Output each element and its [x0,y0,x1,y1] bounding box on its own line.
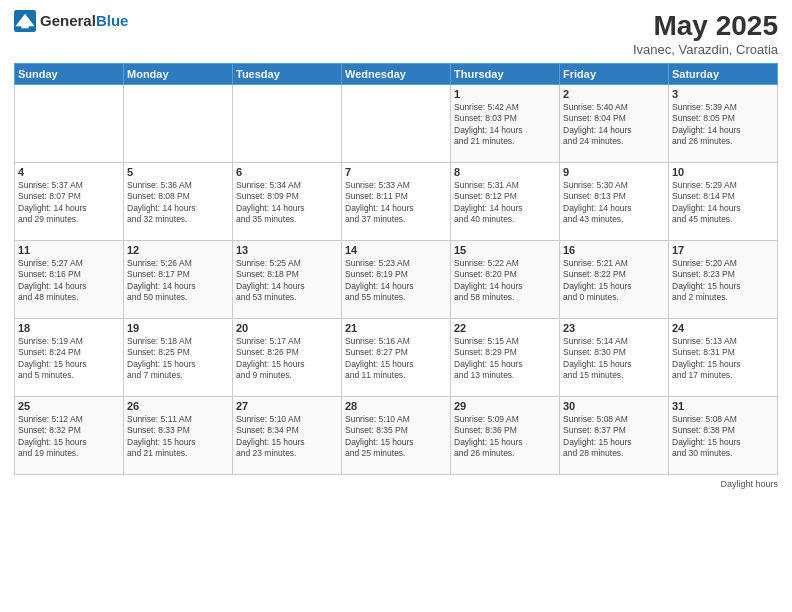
calendar-cell: 8Sunrise: 5:31 AM Sunset: 8:12 PM Daylig… [451,163,560,241]
calendar-cell: 28Sunrise: 5:10 AM Sunset: 8:35 PM Dayli… [342,397,451,475]
day-number: 16 [563,244,665,256]
day-number: 26 [127,400,229,412]
calendar-cell: 11Sunrise: 5:27 AM Sunset: 8:16 PM Dayli… [15,241,124,319]
day-number: 13 [236,244,338,256]
month-title: May 2025 [633,10,778,42]
day-number: 2 [563,88,665,100]
calendar-cell: 30Sunrise: 5:08 AM Sunset: 8:37 PM Dayli… [560,397,669,475]
day-number: 1 [454,88,556,100]
day-info: Sunrise: 5:37 AM Sunset: 8:07 PM Dayligh… [18,180,120,226]
col-friday: Friday [560,64,669,85]
day-info: Sunrise: 5:30 AM Sunset: 8:13 PM Dayligh… [563,180,665,226]
day-number: 22 [454,322,556,334]
calendar-cell [342,85,451,163]
calendar-cell: 3Sunrise: 5:39 AM Sunset: 8:05 PM Daylig… [669,85,778,163]
calendar-cell: 1Sunrise: 5:42 AM Sunset: 8:03 PM Daylig… [451,85,560,163]
day-info: Sunrise: 5:25 AM Sunset: 8:18 PM Dayligh… [236,258,338,304]
day-number: 5 [127,166,229,178]
calendar-cell: 29Sunrise: 5:09 AM Sunset: 8:36 PM Dayli… [451,397,560,475]
calendar-cell: 13Sunrise: 5:25 AM Sunset: 8:18 PM Dayli… [233,241,342,319]
calendar-cell: 2Sunrise: 5:40 AM Sunset: 8:04 PM Daylig… [560,85,669,163]
logo-text-blue: Blue [96,12,129,29]
day-info: Sunrise: 5:27 AM Sunset: 8:16 PM Dayligh… [18,258,120,304]
day-info: Sunrise: 5:21 AM Sunset: 8:22 PM Dayligh… [563,258,665,304]
day-info: Sunrise: 5:20 AM Sunset: 8:23 PM Dayligh… [672,258,774,304]
day-info: Sunrise: 5:17 AM Sunset: 8:26 PM Dayligh… [236,336,338,382]
col-tuesday: Tuesday [233,64,342,85]
day-number: 18 [18,322,120,334]
calendar-cell [233,85,342,163]
day-info: Sunrise: 5:19 AM Sunset: 8:24 PM Dayligh… [18,336,120,382]
day-info: Sunrise: 5:12 AM Sunset: 8:32 PM Dayligh… [18,414,120,460]
calendar-cell: 10Sunrise: 5:29 AM Sunset: 8:14 PM Dayli… [669,163,778,241]
calendar-cell: 15Sunrise: 5:22 AM Sunset: 8:20 PM Dayli… [451,241,560,319]
svg-rect-2 [21,23,28,28]
calendar-cell: 26Sunrise: 5:11 AM Sunset: 8:33 PM Dayli… [124,397,233,475]
day-number: 15 [454,244,556,256]
day-number: 20 [236,322,338,334]
day-info: Sunrise: 5:15 AM Sunset: 8:29 PM Dayligh… [454,336,556,382]
header: GeneralBlue May 2025 Ivanec, Varazdin, C… [14,10,778,57]
logo-icon [14,10,36,32]
calendar-cell: 9Sunrise: 5:30 AM Sunset: 8:13 PM Daylig… [560,163,669,241]
day-number: 14 [345,244,447,256]
col-wednesday: Wednesday [342,64,451,85]
week-row-2: 4Sunrise: 5:37 AM Sunset: 8:07 PM Daylig… [15,163,778,241]
day-number: 31 [672,400,774,412]
col-monday: Monday [124,64,233,85]
day-info: Sunrise: 5:10 AM Sunset: 8:35 PM Dayligh… [345,414,447,460]
day-number: 12 [127,244,229,256]
day-number: 17 [672,244,774,256]
day-info: Sunrise: 5:34 AM Sunset: 8:09 PM Dayligh… [236,180,338,226]
calendar-cell: 27Sunrise: 5:10 AM Sunset: 8:34 PM Dayli… [233,397,342,475]
calendar-cell: 4Sunrise: 5:37 AM Sunset: 8:07 PM Daylig… [15,163,124,241]
day-info: Sunrise: 5:40 AM Sunset: 8:04 PM Dayligh… [563,102,665,148]
title-block: May 2025 Ivanec, Varazdin, Croatia [633,10,778,57]
calendar-cell: 19Sunrise: 5:18 AM Sunset: 8:25 PM Dayli… [124,319,233,397]
col-saturday: Saturday [669,64,778,85]
calendar-cell: 24Sunrise: 5:13 AM Sunset: 8:31 PM Dayli… [669,319,778,397]
calendar-cell: 22Sunrise: 5:15 AM Sunset: 8:29 PM Dayli… [451,319,560,397]
day-number: 4 [18,166,120,178]
footer-label: Daylight hours [720,479,778,489]
day-info: Sunrise: 5:09 AM Sunset: 8:36 PM Dayligh… [454,414,556,460]
day-info: Sunrise: 5:18 AM Sunset: 8:25 PM Dayligh… [127,336,229,382]
week-row-1: 1Sunrise: 5:42 AM Sunset: 8:03 PM Daylig… [15,85,778,163]
calendar-cell: 6Sunrise: 5:34 AM Sunset: 8:09 PM Daylig… [233,163,342,241]
calendar-cell: 18Sunrise: 5:19 AM Sunset: 8:24 PM Dayli… [15,319,124,397]
main-container: GeneralBlue May 2025 Ivanec, Varazdin, C… [0,0,792,612]
calendar-cell: 31Sunrise: 5:08 AM Sunset: 8:38 PM Dayli… [669,397,778,475]
day-info: Sunrise: 5:08 AM Sunset: 8:37 PM Dayligh… [563,414,665,460]
subtitle: Ivanec, Varazdin, Croatia [633,42,778,57]
calendar-cell: 7Sunrise: 5:33 AM Sunset: 8:11 PM Daylig… [342,163,451,241]
day-number: 24 [672,322,774,334]
day-info: Sunrise: 5:39 AM Sunset: 8:05 PM Dayligh… [672,102,774,148]
day-info: Sunrise: 5:33 AM Sunset: 8:11 PM Dayligh… [345,180,447,226]
day-number: 11 [18,244,120,256]
day-number: 27 [236,400,338,412]
day-number: 30 [563,400,665,412]
day-number: 7 [345,166,447,178]
header-row: Sunday Monday Tuesday Wednesday Thursday… [15,64,778,85]
day-info: Sunrise: 5:23 AM Sunset: 8:19 PM Dayligh… [345,258,447,304]
footer: Daylight hours [14,479,778,489]
day-number: 21 [345,322,447,334]
calendar-cell: 21Sunrise: 5:16 AM Sunset: 8:27 PM Dayli… [342,319,451,397]
day-info: Sunrise: 5:36 AM Sunset: 8:08 PM Dayligh… [127,180,229,226]
day-info: Sunrise: 5:14 AM Sunset: 8:30 PM Dayligh… [563,336,665,382]
day-info: Sunrise: 5:08 AM Sunset: 8:38 PM Dayligh… [672,414,774,460]
calendar-body: 1Sunrise: 5:42 AM Sunset: 8:03 PM Daylig… [15,85,778,475]
day-info: Sunrise: 5:42 AM Sunset: 8:03 PM Dayligh… [454,102,556,148]
calendar-cell: 5Sunrise: 5:36 AM Sunset: 8:08 PM Daylig… [124,163,233,241]
week-row-5: 25Sunrise: 5:12 AM Sunset: 8:32 PM Dayli… [15,397,778,475]
calendar-cell: 14Sunrise: 5:23 AM Sunset: 8:19 PM Dayli… [342,241,451,319]
calendar-cell: 12Sunrise: 5:26 AM Sunset: 8:17 PM Dayli… [124,241,233,319]
calendar-cell: 25Sunrise: 5:12 AM Sunset: 8:32 PM Dayli… [15,397,124,475]
day-info: Sunrise: 5:16 AM Sunset: 8:27 PM Dayligh… [345,336,447,382]
calendar-cell [124,85,233,163]
calendar-cell [15,85,124,163]
calendar-cell: 16Sunrise: 5:21 AM Sunset: 8:22 PM Dayli… [560,241,669,319]
calendar-header: Sunday Monday Tuesday Wednesday Thursday… [15,64,778,85]
day-info: Sunrise: 5:29 AM Sunset: 8:14 PM Dayligh… [672,180,774,226]
calendar-cell: 23Sunrise: 5:14 AM Sunset: 8:30 PM Dayli… [560,319,669,397]
